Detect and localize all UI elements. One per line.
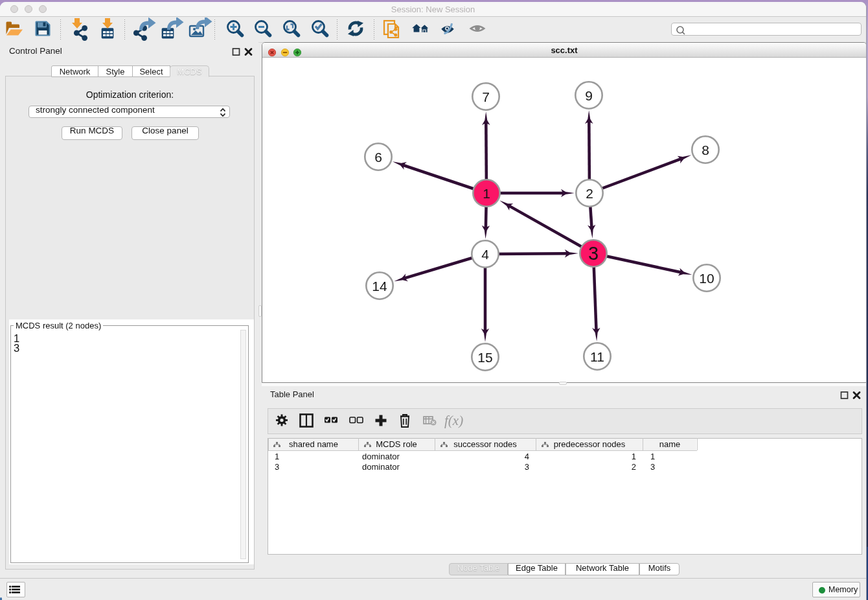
svg-text:1: 1 [632, 452, 636, 461]
svg-text:dominator: dominator [362, 452, 400, 461]
svg-text:dominator: dominator [362, 462, 400, 472]
svg-text:4: 4 [481, 247, 489, 262]
svg-text:name: name [659, 439, 681, 449]
svg-text:9: 9 [585, 88, 593, 103]
svg-text:1: 1 [650, 452, 655, 461]
svg-text:11: 11 [590, 349, 604, 364]
svg-text:3: 3 [525, 462, 529, 472]
svg-text:successor nodes: successor nodes [453, 439, 517, 449]
svg-text:8: 8 [702, 143, 709, 157]
svg-text:15: 15 [477, 350, 492, 365]
svg-text:10: 10 [699, 271, 714, 286]
svg-text:7: 7 [482, 89, 490, 104]
svg-text:1: 1 [483, 186, 490, 201]
svg-text:2: 2 [586, 186, 593, 201]
svg-text:shared name: shared name [289, 439, 338, 449]
svg-text:predecessor nodes: predecessor nodes [554, 439, 626, 449]
svg-text:3: 3 [650, 462, 655, 472]
svg-text:4: 4 [525, 452, 529, 461]
svg-text:6: 6 [374, 150, 382, 165]
svg-text:f(x): f(x) [444, 413, 463, 428]
svg-text:3: 3 [588, 243, 599, 264]
svg-text:3: 3 [275, 462, 279, 472]
svg-text:14: 14 [372, 279, 387, 294]
svg-text:MCDS role: MCDS role [376, 439, 417, 449]
svg-text:1: 1 [275, 452, 279, 461]
svg-text:2: 2 [632, 462, 636, 472]
